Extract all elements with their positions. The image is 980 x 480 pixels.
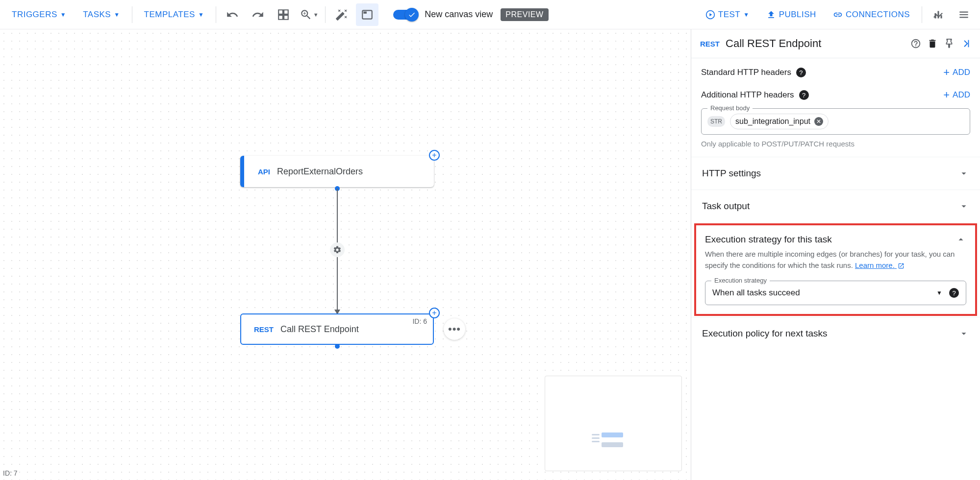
request-body-chip[interactable]: sub_integration_input ✕ [730,114,829,129]
minimap-node [592,437,600,439]
templates-label: TEMPLATES [144,10,195,20]
panel-badge: REST [700,40,720,48]
chevron-down-icon [958,201,969,212]
publish-button[interactable]: PUBLISH [759,5,823,24]
add-label: ADD [953,90,970,100]
chip-text: sub_integration_input [735,117,810,126]
triggers-dropdown[interactable]: TRIGGERS ▼ [5,5,73,24]
test-dropdown[interactable]: TEST ▼ [699,5,756,24]
toolbar-separator [325,6,326,23]
minimap-node [602,432,623,437]
edge-settings-button[interactable] [330,242,345,257]
add-std-header-button[interactable]: + ADD [943,67,970,78]
undo-button[interactable] [221,3,244,26]
caret-down-icon: ▼ [198,11,204,18]
node-label: Call REST Endpoint [280,324,359,335]
exec-policy-label: Execution policy for next tasks [702,328,958,339]
node-more-button[interactable]: ••• [444,318,465,340]
menu-button[interactable] [953,3,975,26]
layout-button[interactable] [272,3,295,26]
toolbar-separator [216,6,216,23]
task-details-panel: REST Call REST Endpoint Standard HTTP he… [691,29,980,480]
node-badge: API [258,168,270,176]
chip-remove-icon[interactable]: ✕ [814,117,823,126]
top-toolbar: TRIGGERS ▼ TASKS ▼ TEMPLATES ▼ ▼ [0,0,980,29]
exec-strategy-desc-text: When there are multiple incoming edges (… [705,250,955,269]
connection-dot[interactable] [335,344,340,349]
canvas-view-toggle[interactable] [393,10,416,20]
canvas-id-label: ID: 7 [3,469,18,477]
panel-header: REST Call REST Endpoint [691,29,980,58]
type-pill: STR [707,116,725,127]
panel-title: Call REST Endpoint [726,37,905,50]
chevron-up-icon[interactable] [955,234,966,245]
canvas-view-label: New canvas view [425,9,493,20]
tasks-label: TASKS [83,10,111,20]
request-body-field[interactable]: Request body STR sub_integration_input ✕ [701,108,970,135]
http-settings-label: HTTP settings [702,168,958,179]
panel-toggle-button[interactable] [356,3,378,26]
help-icon[interactable] [910,38,921,49]
execution-policy-section[interactable]: Execution policy for next tasks [691,317,980,350]
chevron-down-icon [958,328,969,339]
help-icon[interactable]: ? [796,68,806,77]
dropdown-icon: ▼ [936,289,942,296]
triggers-label: TRIGGERS [12,10,57,20]
additional-headers-row: Additional HTTP headers ? + ADD Request … [691,87,980,157]
add-label: ADD [953,68,970,77]
integration-canvas[interactable]: API ReportExternalOrders + REST Call RES… [0,29,691,480]
http-settings-section[interactable]: HTTP settings [691,157,980,190]
standard-headers-row: Standard HTTP headers ? + ADD [691,58,980,87]
redo-button[interactable] [247,3,269,26]
caret-down-icon: ▼ [60,11,66,18]
toolbar-separator [922,6,922,23]
canvas-minimap[interactable] [545,376,682,471]
test-label: TEST [718,10,740,20]
svg-rect-1 [364,11,367,13]
templates-dropdown[interactable]: TEMPLATES ▼ [137,5,211,24]
svg-rect-3 [968,40,969,48]
toolbar-separator [132,6,132,23]
request-body-hint: Only applicable to POST/PUT/PATCH reques… [701,140,970,148]
add-addl-header-button[interactable]: + ADD [943,90,970,100]
node-badge: REST [254,325,274,334]
tasks-dropdown[interactable]: TASKS ▼ [76,5,126,24]
minimap-node [602,442,623,447]
help-icon[interactable]: ? [799,90,809,100]
delete-icon[interactable] [927,38,938,49]
task-output-label: Task output [702,201,958,212]
node-label: ReportExternalOrders [277,167,363,177]
caret-down-icon: ▼ [114,11,120,18]
execution-strategy-section: Execution strategy for this task When th… [694,223,977,316]
publish-label: PUBLISH [779,10,816,20]
caret-down-icon: ▼ [743,11,749,18]
request-body-legend: Request body [707,104,753,112]
execution-strategy-select[interactable]: Execution strategy When all tasks succee… [705,281,966,305]
minimap-node [592,434,600,435]
pin-icon[interactable] [944,38,955,49]
toggle-knob [405,8,419,22]
learn-more-text: Learn more. [855,261,895,269]
task-output-section[interactable]: Task output [691,190,980,222]
std-headers-label: Standard HTTP headers [701,68,791,77]
connections-label: CONNECTIONS [846,10,910,20]
connections-button[interactable]: CONNECTIONS [826,5,917,24]
canvas-node-trigger[interactable]: API ReportExternalOrders + [240,156,434,187]
add-node-button[interactable]: + [429,308,440,318]
add-node-button[interactable]: + [429,150,440,161]
exec-strategy-value: When all tasks succeed [712,288,936,298]
zoom-button[interactable]: ▼ [298,3,320,26]
autofix-button[interactable] [330,3,353,26]
node-accent [240,156,244,187]
exec-strategy-title: Execution strategy for this task [705,234,955,245]
learn-more-link[interactable]: Learn more. [855,261,905,269]
node-id: ID: 6 [412,317,427,325]
chevron-down-icon [958,168,969,179]
exec-strategy-legend: Execution strategy [711,277,770,284]
addl-headers-label: Additional HTTP headers [701,90,794,100]
canvas-node-task[interactable]: REST Call REST Endpoint ID: 6 + [240,313,434,345]
minimap-node [592,441,600,442]
help-icon[interactable]: ? [949,288,959,298]
expand-icon[interactable] [960,38,971,49]
analytics-button[interactable] [927,3,950,26]
